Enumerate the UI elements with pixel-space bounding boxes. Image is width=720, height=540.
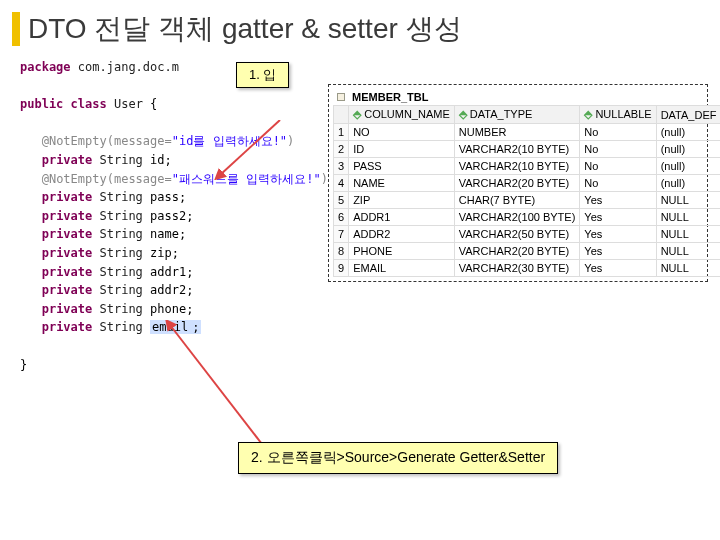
svg-line-1 [170, 325, 265, 448]
cell-column-name: NO [349, 124, 455, 141]
col-data-default: DATA_DEF [656, 106, 720, 124]
cell-default: NULL [656, 192, 720, 209]
arrow-step2 [165, 320, 285, 450]
code-field-addr2: private String addr2; [20, 281, 320, 300]
cell-nullable: No [580, 175, 656, 192]
row-number: 9 [334, 260, 349, 277]
cell-data-type: VARCHAR2(30 BYTE) [454, 260, 580, 277]
col-nullable: ⬘ NULLABLE [580, 106, 656, 124]
slide-title-bar: DTO 전달 객체 gatter & setter 생성 [12, 10, 462, 48]
row-number: 5 [334, 192, 349, 209]
cell-column-name: EMAIL [349, 260, 455, 277]
db-table-name: MEMBER_TBL [333, 89, 703, 105]
row-number: 1 [334, 124, 349, 141]
row-number: 8 [334, 243, 349, 260]
cell-column-name: ZIP [349, 192, 455, 209]
cell-data-type: VARCHAR2(10 BYTE) [454, 158, 580, 175]
row-number: 3 [334, 158, 349, 175]
cell-nullable: Yes [580, 243, 656, 260]
col-data-type: ⬘ DATA_TYPE [454, 106, 580, 124]
cell-nullable: Yes [580, 260, 656, 277]
cell-column-name: PASS [349, 158, 455, 175]
cell-data-type: VARCHAR2(10 BYTE) [454, 141, 580, 158]
callout-step2-text: 2. 오른쪽클릭>Source>Generate Getter&Setter [251, 449, 545, 465]
cell-data-type: VARCHAR2(20 BYTE) [454, 175, 580, 192]
cell-column-name: ADDR2 [349, 226, 455, 243]
table-row: 9EMAILVARCHAR2(30 BYTE)YesNULL [334, 260, 721, 277]
cell-default: NULL [656, 243, 720, 260]
db-schema-panel: MEMBER_TBL ⬘ COLUMN_NAME ⬘ DATA_TYPE ⬘ N… [328, 84, 708, 282]
cell-nullable: No [580, 141, 656, 158]
table-row: 2IDVARCHAR2(10 BYTE)No(null) [334, 141, 721, 158]
table-icon [337, 93, 345, 101]
code-field-pass2: private String pass2; [20, 207, 320, 226]
cell-default: NULL [656, 209, 720, 226]
code-field-addr1: private String addr1; [20, 263, 320, 282]
pk-icon: ⬘ [353, 108, 361, 120]
cell-nullable: Yes [580, 192, 656, 209]
table-row: 7ADDR2VARCHAR2(50 BYTE)YesNULL [334, 226, 721, 243]
cell-nullable: Yes [580, 209, 656, 226]
cell-column-name: ID [349, 141, 455, 158]
callout-step2: 2. 오른쪽클릭>Source>Generate Getter&Setter [238, 442, 558, 474]
cell-nullable: No [580, 158, 656, 175]
code-field-name: private String name; [20, 225, 320, 244]
cell-data-type: VARCHAR2(20 BYTE) [454, 243, 580, 260]
cell-default: NULL [656, 226, 720, 243]
title-accent [12, 12, 20, 46]
code-line-class: public class User { [20, 95, 320, 114]
arrow-step1 [210, 120, 330, 180]
cell-default: NULL [656, 260, 720, 277]
cell-column-name: PHONE [349, 243, 455, 260]
cell-data-type: NUMBER [454, 124, 580, 141]
svg-line-0 [220, 120, 280, 175]
column-icon: ⬘ [459, 108, 467, 120]
cell-nullable: Yes [580, 226, 656, 243]
cell-column-name: NAME [349, 175, 455, 192]
table-row: 5ZIPCHAR(7 BYTE)YesNULL [334, 192, 721, 209]
cell-data-type: CHAR(7 BYTE) [454, 192, 580, 209]
column-icon: ⬘ [584, 108, 592, 120]
table-row: 6ADDR1VARCHAR2(100 BYTE)YesNULL [334, 209, 721, 226]
row-number: 2 [334, 141, 349, 158]
cell-nullable: No [580, 124, 656, 141]
cell-data-type: VARCHAR2(100 BYTE) [454, 209, 580, 226]
col-column-name: ⬘ COLUMN_NAME [349, 106, 455, 124]
cell-default: (null) [656, 158, 720, 175]
code-field-phone: private String phone; [20, 300, 320, 319]
cell-default: (null) [656, 124, 720, 141]
slide-title: DTO 전달 객체 gatter & setter 생성 [28, 10, 462, 48]
table-row: 8PHONEVARCHAR2(20 BYTE)YesNULL [334, 243, 721, 260]
row-number: 6 [334, 209, 349, 226]
table-row: 1NONUMBERNo(null) [334, 124, 721, 141]
cell-data-type: VARCHAR2(50 BYTE) [454, 226, 580, 243]
callout-step1: 1. 입 [236, 62, 289, 88]
table-header-row: ⬘ COLUMN_NAME ⬘ DATA_TYPE ⬘ NULLABLE DAT… [334, 106, 721, 124]
code-field-pass: private String pass; [20, 188, 320, 207]
row-number: 7 [334, 226, 349, 243]
table-row: 4NAMEVARCHAR2(20 BYTE)No(null) [334, 175, 721, 192]
callout-step1-text: 1. 입 [249, 67, 276, 82]
cell-column-name: ADDR1 [349, 209, 455, 226]
code-field-zip: private String zip; [20, 244, 320, 263]
table-row: 3PASSVARCHAR2(10 BYTE)No(null) [334, 158, 721, 175]
cell-default: (null) [656, 141, 720, 158]
cell-default: (null) [656, 175, 720, 192]
row-number: 4 [334, 175, 349, 192]
db-columns-table: ⬘ COLUMN_NAME ⬘ DATA_TYPE ⬘ NULLABLE DAT… [333, 105, 720, 277]
row-number-header [334, 106, 349, 124]
